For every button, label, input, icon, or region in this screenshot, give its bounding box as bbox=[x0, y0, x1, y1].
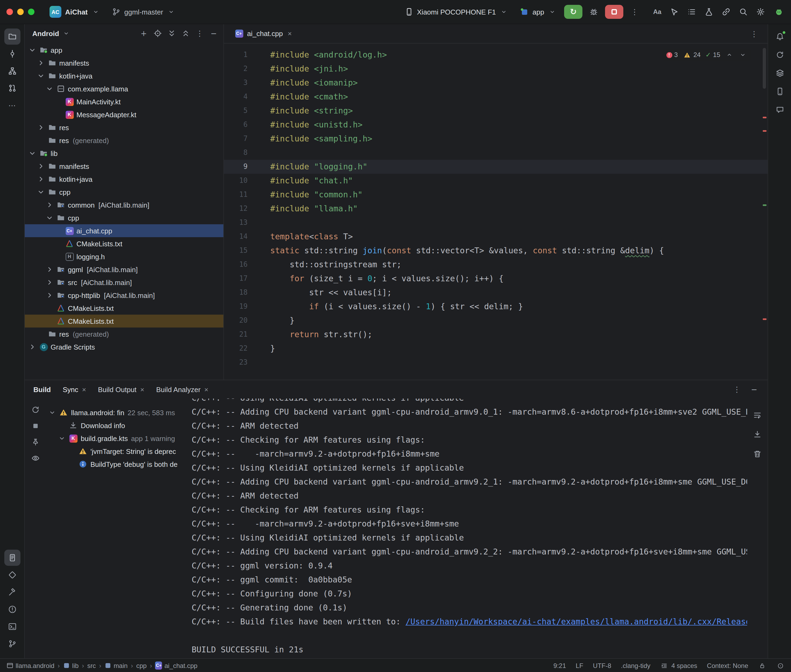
tree-row[interactable]: CMakeLists.txt bbox=[25, 302, 223, 315]
tree-row[interactable]: C+ai_chat.cpp bbox=[25, 224, 223, 237]
line-number[interactable]: 23 bbox=[224, 355, 248, 370]
hide-button[interactable]: − bbox=[207, 27, 220, 40]
line-number[interactable]: 7 bbox=[224, 132, 248, 146]
status-item-hector[interactable] bbox=[776, 661, 785, 670]
debug-button[interactable] bbox=[586, 4, 602, 20]
stop-button[interactable] bbox=[605, 5, 623, 19]
locate-file-button[interactable] bbox=[151, 27, 164, 40]
collapse-all-button[interactable] bbox=[179, 27, 192, 40]
scroll-to-end-button[interactable] bbox=[749, 427, 765, 443]
status-item[interactable]: 4 spaces bbox=[660, 661, 697, 670]
preview-button[interactable] bbox=[29, 451, 43, 465]
build-tree-row[interactable]: llama.android: fin22 sec, 583 ms bbox=[46, 406, 186, 419]
soft-wrap-button[interactable] bbox=[749, 407, 765, 423]
tree-row[interactable]: CMakeLists.txt bbox=[25, 237, 223, 250]
gradle-button[interactable] bbox=[772, 47, 788, 63]
running-devices-button[interactable] bbox=[772, 83, 788, 99]
tree-row[interactable]: cpp bbox=[25, 186, 223, 198]
run-configuration-selector[interactable]: app bbox=[516, 5, 561, 18]
chevron-down-icon[interactable] bbox=[45, 213, 54, 222]
passed-count[interactable]: ✓ 15 bbox=[705, 51, 720, 59]
close-tab-icon[interactable]: × bbox=[82, 386, 86, 394]
minimize-window-button[interactable] bbox=[17, 9, 24, 15]
chevron-down-icon[interactable] bbox=[45, 85, 54, 93]
todo-list-button[interactable] bbox=[684, 4, 700, 20]
structure-button[interactable] bbox=[4, 63, 20, 79]
line-number[interactable]: 21 bbox=[224, 328, 248, 341]
line-number[interactable]: 12 bbox=[224, 202, 248, 216]
tree-row[interactable]: common[AiChat.lib.main] bbox=[25, 198, 223, 211]
editor-tab-options-button[interactable]: ⋮ bbox=[746, 26, 762, 42]
chevron-right-icon[interactable] bbox=[28, 342, 37, 351]
console-link[interactable]: /Users/hanyin/Workspace/ai-chat/examples… bbox=[406, 617, 747, 627]
stripe-mark[interactable] bbox=[763, 204, 767, 206]
device-explorer-button[interactable] bbox=[772, 65, 788, 81]
tree-row[interactable]: GGradle Scripts bbox=[25, 341, 223, 354]
tree-row[interactable]: cpp bbox=[25, 211, 223, 224]
line-number[interactable]: 22 bbox=[224, 341, 248, 355]
line-number[interactable]: 19 bbox=[224, 299, 248, 314]
line-number[interactable]: 16 bbox=[224, 258, 248, 272]
build-tree-row[interactable]: BuildType 'debug' is both de bbox=[46, 458, 186, 470]
logcat-button[interactable] bbox=[4, 550, 20, 566]
tree-row[interactable]: manifests bbox=[25, 160, 223, 173]
status-item[interactable]: 9:21 bbox=[554, 662, 566, 669]
line-number[interactable]: 6 bbox=[224, 118, 248, 132]
stripe-mark[interactable] bbox=[763, 130, 767, 132]
status-item[interactable]: UTF-8 bbox=[593, 662, 611, 669]
project-widget[interactable]: AC AiChat bbox=[45, 4, 104, 20]
project-view-selector[interactable]: Android bbox=[32, 29, 59, 37]
line-number[interactable]: 14 bbox=[224, 230, 248, 244]
tree-row[interactable]: Hlogging.h bbox=[25, 250, 223, 263]
line-number[interactable]: 10 bbox=[224, 174, 248, 188]
build-tree-row[interactable]: 'jvmTarget: String' is deprec bbox=[46, 445, 186, 458]
chevron-right-icon[interactable] bbox=[45, 265, 54, 274]
tree-row[interactable]: res(generated) bbox=[25, 134, 223, 147]
line-number[interactable]: 15 bbox=[224, 244, 248, 258]
app-insights-button[interactable] bbox=[4, 567, 20, 583]
line-number[interactable]: 18 bbox=[224, 286, 248, 299]
pull-requests-button[interactable] bbox=[4, 80, 20, 96]
chevron-right-icon[interactable] bbox=[37, 59, 45, 67]
chevron-down-icon[interactable] bbox=[28, 149, 37, 158]
terminal-button[interactable] bbox=[4, 619, 20, 635]
chevron-down-icon[interactable] bbox=[28, 46, 37, 54]
warning-count[interactable]: 24 bbox=[682, 51, 701, 59]
ai-actions-button[interactable] bbox=[666, 4, 682, 20]
build-button[interactable] bbox=[4, 584, 20, 600]
tree-row[interactable]: KMainActivity.kt bbox=[25, 95, 223, 108]
line-number[interactable]: 5 bbox=[224, 104, 248, 118]
version-control-button[interactable] bbox=[4, 636, 20, 652]
clear-all-button[interactable] bbox=[749, 446, 765, 462]
tree-row[interactable]: kotlin+java bbox=[25, 69, 223, 82]
tree-row[interactable]: CMakeLists.txt bbox=[25, 315, 223, 328]
sync-button[interactable] bbox=[29, 403, 43, 417]
tree-row[interactable]: res bbox=[25, 121, 223, 134]
add-button[interactable]: + bbox=[137, 27, 150, 40]
build-tab[interactable]: Sync× bbox=[63, 386, 86, 394]
device-selector[interactable]: Xiaomi POCOPHONE F1 bbox=[400, 5, 512, 18]
close-tab-icon[interactable]: × bbox=[288, 30, 292, 38]
breadcrumb-item[interactable]: cpp bbox=[136, 662, 147, 669]
breadcrumb-item[interactable]: src bbox=[87, 662, 96, 669]
problems-button[interactable] bbox=[4, 601, 20, 618]
previous-problem-icon[interactable] bbox=[725, 51, 734, 59]
notifications-button[interactable] bbox=[772, 29, 788, 45]
line-number[interactable]: 13 bbox=[224, 216, 248, 230]
stop-button[interactable] bbox=[29, 419, 43, 433]
assistant-button[interactable] bbox=[772, 102, 788, 118]
status-item[interactable]: LF bbox=[576, 662, 583, 669]
error-stripe[interactable] bbox=[761, 43, 768, 380]
status-item[interactable]: Context: None bbox=[707, 662, 748, 669]
build-tree-row[interactable]: Kbuild.gradle.ktsapp 1 warning bbox=[46, 432, 186, 445]
code-editor[interactable]: 1#include <android/log.h>2#include <jni.… bbox=[224, 43, 768, 380]
translate-button[interactable]: Aa bbox=[649, 4, 665, 20]
line-number[interactable]: 20 bbox=[224, 314, 248, 328]
tree-row[interactable]: res(generated) bbox=[25, 328, 223, 341]
tree-row[interactable]: lib bbox=[25, 147, 223, 160]
line-number[interactable]: 3 bbox=[224, 76, 248, 90]
hide-build-panel-button[interactable]: − bbox=[746, 381, 762, 397]
line-number[interactable]: 9 bbox=[224, 160, 248, 174]
tree-row[interactable]: cpp-httplib[AiChat.lib.main] bbox=[25, 289, 223, 302]
build-options-button[interactable]: ⋮ bbox=[729, 381, 745, 397]
